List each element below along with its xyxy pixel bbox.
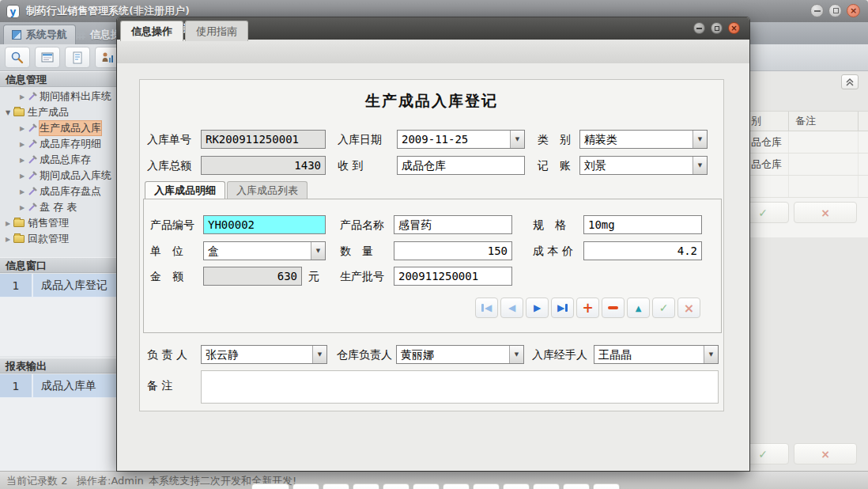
expand-icon[interactable]: ▶ xyxy=(17,141,27,148)
card-view-button[interactable] xyxy=(35,47,60,68)
report-output-row[interactable]: 1 成品入库单 xyxy=(0,374,117,398)
dropdown-button[interactable]: ▼ xyxy=(510,131,524,148)
tree-item-goods-stock-detail[interactable]: ▶ 成品库存明细 xyxy=(0,136,117,152)
info-window-row[interactable]: 1 成品入库登记 xyxy=(0,274,117,298)
warehouse-manager-select[interactable]: 黄丽娜 ▼ xyxy=(396,345,524,364)
background-work-area: 别 备注 品仓库 品仓库 ✓ × ✓ × xyxy=(749,71,868,471)
panel-collapse-button[interactable] xyxy=(841,74,859,89)
expand-icon[interactable]: ▶ xyxy=(17,204,27,211)
tree-item-period-aux-outbound-stats[interactable]: ▶ 期间辅料出库统 xyxy=(0,89,117,104)
dropdown-button[interactable]: ▼ xyxy=(693,131,707,148)
card-icon xyxy=(40,51,55,65)
tree-label: 回款管理 xyxy=(28,232,69,246)
dropdown-button[interactable]: ▼ xyxy=(312,346,326,363)
batch-no-field[interactable]: 200911250001 xyxy=(394,267,512,286)
search-button[interactable] xyxy=(5,47,30,68)
manager-select[interactable]: 张云静 ▼ xyxy=(201,345,327,364)
tool-icon xyxy=(28,123,37,133)
next-record-button[interactable]: ▶ xyxy=(353,483,379,489)
tree-folder-payment-management[interactable]: ▶ 回款管理 xyxy=(0,231,117,247)
product-code-field[interactable]: YH00002 xyxy=(203,215,326,234)
inbound-date-select[interactable]: 2009-11-25 ▼ xyxy=(397,130,525,149)
record-cancel-button[interactable]: × xyxy=(677,298,700,318)
grid-row[interactable]: 品仓库 xyxy=(749,154,868,176)
window-maximize-button[interactable] xyxy=(828,4,842,17)
expand-icon[interactable]: ▶ xyxy=(17,125,27,132)
tree-item-period-goods-inbound-stats[interactable]: ▶ 期间成品入库统 xyxy=(0,168,117,184)
window-close-button[interactable]: × xyxy=(847,4,860,17)
delete-button[interactable] xyxy=(413,483,440,489)
dialog-tab-info-operation[interactable]: 信息操作 xyxy=(120,21,183,41)
nav-next-button[interactable]: ▶ xyxy=(526,298,549,318)
record-edit-button[interactable]: ▲ xyxy=(627,298,650,318)
print-button[interactable] xyxy=(533,483,560,489)
document-button[interactable] xyxy=(65,47,90,68)
category-select[interactable]: 精装类 ▼ xyxy=(579,130,708,149)
person-chart-icon xyxy=(100,51,115,65)
dropdown-button[interactable]: ▼ xyxy=(509,346,523,363)
nav-last-button[interactable]: ▶ xyxy=(551,298,574,318)
folder-icon xyxy=(13,219,25,227)
cancel-button[interactable]: × xyxy=(503,483,530,489)
dropdown-button[interactable]: ▼ xyxy=(311,242,325,260)
dialog-close-button[interactable]: × xyxy=(728,22,740,34)
collapse-icon[interactable]: ▼ xyxy=(3,109,13,116)
dialog-tab-user-guide[interactable]: 使用指南 xyxy=(185,21,248,41)
tree-item-goods-total-stock[interactable]: ▶ 成品总库存 xyxy=(0,152,117,168)
expand-icon[interactable]: ▶ xyxy=(17,172,27,180)
tree-folder-sales-management[interactable]: ▶ 销售管理 xyxy=(0,215,117,231)
subtab-inbound-list[interactable]: 入库成品列表 xyxy=(227,181,308,199)
section-header-report-output: 报表输出 xyxy=(0,358,117,373)
expand-icon[interactable]: ▶ xyxy=(17,93,27,100)
tree-item-production-goods-inbound[interactable]: ▶ 生产成品入库 xyxy=(0,120,117,136)
tool-icon xyxy=(28,92,37,101)
tab-system-navigation[interactable]: 系统导航 xyxy=(3,25,76,44)
bookkeeper-select[interactable]: 刘景 ▼ xyxy=(579,156,708,175)
nav-prev-button[interactable]: ◀ xyxy=(500,298,523,318)
nav-first-button[interactable]: ◀ xyxy=(475,298,498,318)
dialog-toolbar: 增加 ◀ ◀ ▶ ▶ ▲ ✓ × ▶ xyxy=(251,483,620,489)
run-button[interactable]: ▶ xyxy=(593,483,620,489)
window-minimize-button[interactable] xyxy=(810,4,824,17)
up-triangle-icon: ▲ xyxy=(636,304,642,313)
last-icon-arrow: ▶ xyxy=(557,302,564,313)
dropdown-button[interactable]: ▼ xyxy=(693,157,707,174)
expand-icon[interactable]: ▶ xyxy=(17,157,27,164)
product-name-field[interactable]: 感冒药 xyxy=(394,215,512,234)
grid-row[interactable]: 品仓库 xyxy=(749,131,868,154)
record-confirm-button[interactable]: ✓ xyxy=(652,298,675,318)
spec-field[interactable]: 10mg xyxy=(583,215,702,234)
prev-icon: ◀ xyxy=(508,302,515,313)
subtab-inbound-detail[interactable]: 入库成品明细 xyxy=(145,181,225,199)
record-delete-button[interactable] xyxy=(602,298,625,318)
first-record-button[interactable]: ◀ xyxy=(292,483,319,489)
dropdown-button[interactable]: ▼ xyxy=(704,346,718,363)
edit-button[interactable]: ▲ xyxy=(443,483,470,489)
tree-item-goods-stocktaking[interactable]: ▶ 成品库存盘点 xyxy=(0,184,117,199)
tree-folder-production-finished-goods[interactable]: ▼ 生产成品 xyxy=(0,104,117,120)
quantity-field[interactable]: 150 xyxy=(394,241,512,260)
cost-price-field[interactable]: 4.2 xyxy=(583,241,702,260)
dialog-maximize-button[interactable] xyxy=(711,22,723,34)
print-preview-button[interactable] xyxy=(563,483,590,489)
prev-record-button[interactable]: ◀ xyxy=(323,483,349,489)
unit-select[interactable]: 盒 ▼ xyxy=(203,241,326,260)
record-add-button[interactable]: + xyxy=(576,298,599,318)
remark-textarea[interactable] xyxy=(201,370,719,404)
expand-icon[interactable]: ▶ xyxy=(3,236,13,243)
handler-select[interactable]: 王晶晶 ▼ xyxy=(594,345,719,364)
dialog-minimize-button[interactable] xyxy=(693,22,705,34)
last-record-button[interactable]: ▶ xyxy=(383,483,409,489)
cross-icon: × xyxy=(684,301,694,316)
quantity-label: 数 量 xyxy=(340,241,373,260)
expand-icon[interactable]: ▶ xyxy=(3,220,13,227)
tree-item-inventory-table[interactable]: ▶ 盘 存 表 xyxy=(0,199,117,215)
expand-icon[interactable]: ▶ xyxy=(17,188,27,195)
background-cancel-button[interactable]: × xyxy=(794,202,857,223)
received-by-field[interactable]: 成品仓库 xyxy=(397,156,525,175)
chevron-down-icon: ▼ xyxy=(316,248,320,254)
add-button[interactable]: 增加 xyxy=(251,483,289,489)
grid-cell xyxy=(789,154,859,175)
background-cancel-button-2[interactable]: × xyxy=(794,443,857,464)
confirm-button[interactable]: ✓ xyxy=(473,483,500,489)
